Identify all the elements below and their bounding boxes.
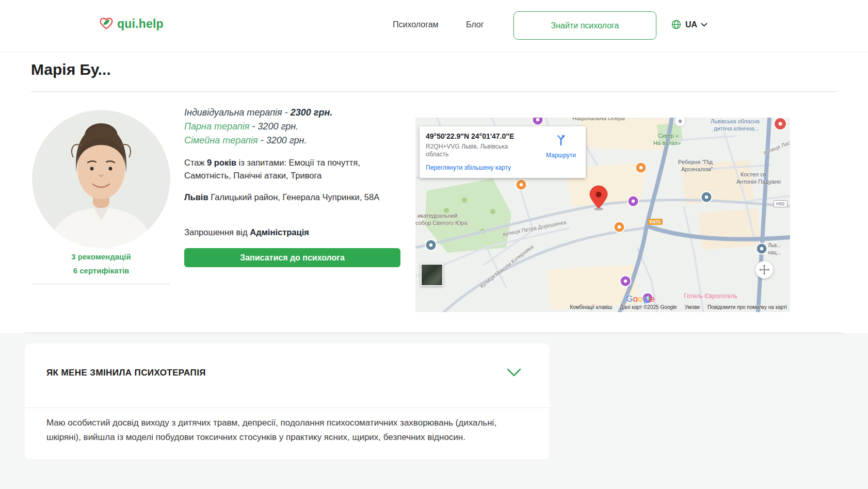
header: qui.help Психологам Блог Знайти психолог… — [0, 0, 868, 52]
avatar — [32, 110, 170, 248]
satellite-toggle-thumbnail[interactable] — [421, 264, 443, 286]
map-data-text: Дані карт ©2025 Google — [620, 304, 677, 310]
accordion-body: Маю особистий досвід виходу з дитячих тр… — [46, 416, 529, 445]
directions-icon — [554, 133, 568, 146]
pricing-family: Сімейна терапія - 3200 грн. — [184, 134, 332, 148]
experience-text: Стаж 9 років із запитами: Емоції та почу… — [184, 156, 401, 182]
pricing-label: Сімейна терапія — [184, 135, 258, 145]
pricing-label: Індивідуальна терапія — [184, 107, 282, 118]
pan-arrows-icon — [759, 264, 770, 275]
photo-divider — [32, 284, 170, 284]
google-logo[interactable]: Google — [626, 294, 655, 304]
invitation-by: Адміністрація — [250, 227, 309, 237]
pan-control[interactable] — [756, 261, 773, 279]
about-accordion: ЯК МЕНЕ ЗМІНИЛА ПСИХОТЕРАПІЯ Маю особист… — [25, 344, 550, 459]
map-plus-code: R2QH+VVG Львів, Львівська область — [426, 143, 521, 158]
view-larger-map-link[interactable]: Переглянути збільшену карту — [426, 164, 511, 171]
chevron-down-icon — [701, 23, 708, 27]
globe-icon — [671, 19, 682, 30]
road-badge-e471: Е471 — [648, 219, 663, 225]
google-letter: e — [650, 294, 655, 304]
pricing-price: 3200 грн. — [266, 135, 307, 145]
pricing-price: 3200 грн. — [258, 121, 298, 132]
accordion-title: ЯК МЕНЕ ЗМІНИЛА ПСИХОТЕРАПІЯ — [46, 368, 206, 378]
language-code: UA — [685, 20, 697, 29]
section-divider — [25, 333, 843, 333]
report-error-link[interactable]: Повідомити про помилку на карті — [708, 304, 787, 310]
page-title: Марія Бу... — [31, 61, 111, 78]
pricing-label: Парна терапія — [184, 121, 249, 132]
google-letter: g — [643, 294, 648, 304]
invitation-text: Запрошення від Адміністрація — [184, 226, 401, 239]
pricing-price: 2300 грн. — [291, 107, 333, 118]
logo-text: qui.help — [117, 17, 164, 31]
directions-control[interactable]: Маршрути — [541, 133, 581, 159]
nav-item-psychologists[interactable]: Психологам — [393, 20, 439, 29]
google-letter: G — [626, 294, 633, 304]
experience-prefix: Стаж — [184, 158, 205, 167]
language-selector[interactable]: UA — [671, 19, 708, 30]
nav-item-blog[interactable]: Блог — [466, 20, 484, 29]
pricing-individual: Індивідуальна терапія - 2300 грн. — [184, 106, 332, 120]
road-badge-h02: Н02 — [774, 200, 787, 207]
map-info-card: 49°50'22.9"N 24°01'47.0"E R2QH+VVG Львів… — [420, 126, 586, 178]
pricing-couple: Парна терапія - 3200 грн. — [184, 120, 332, 134]
accordion-header[interactable]: ЯК МЕНЕ ЗМІНИЛА ПСИХОТЕРАПІЯ — [25, 344, 550, 408]
map-attribution: Комбінації клавіш Дані карт ©2025 Google… — [570, 304, 787, 310]
directions-label: Маршрути — [541, 152, 581, 159]
certificates-link[interactable]: 6 сертифікатів — [32, 266, 170, 275]
title-divider — [31, 91, 837, 92]
keyboard-shortcuts-link[interactable]: Комбінації клавіш — [570, 304, 612, 310]
location-city: Львів — [184, 192, 208, 202]
accordion-divider — [25, 408, 550, 408]
pricing-sep: - — [252, 121, 255, 132]
page: qui.help Психологам Блог Знайти психолог… — [0, 0, 868, 489]
logo[interactable]: qui.help — [99, 17, 164, 31]
heart-leaf-icon — [99, 17, 114, 31]
book-psychologist-button[interactable]: Записатися до психолога — [184, 248, 400, 267]
pricing-sep: - — [285, 107, 288, 118]
google-letter: o — [633, 294, 638, 304]
find-psychologist-button[interactable]: Знайти психолога — [513, 11, 656, 40]
google-letter: o — [638, 294, 643, 304]
accordion-chevron-icon — [507, 368, 521, 379]
location-text: Львів Галицький район, Генерала Чупринки… — [184, 191, 401, 204]
location-address: Галицький район, Генерала Чупринки, 58А — [211, 192, 379, 202]
invitation-prefix: Запрошення від — [184, 227, 248, 237]
pricing-list: Індивідуальна терапія - 2300 грн. Парна … — [184, 106, 332, 148]
experience-years: 9 років — [207, 158, 236, 167]
recommendations-link[interactable]: 3 рекомендацій — [32, 252, 170, 261]
pricing-sep: - — [261, 135, 264, 145]
map[interactable]: Національна Опера Львівська обласна дитя… — [415, 118, 790, 312]
terms-link[interactable]: Умови — [685, 304, 700, 310]
